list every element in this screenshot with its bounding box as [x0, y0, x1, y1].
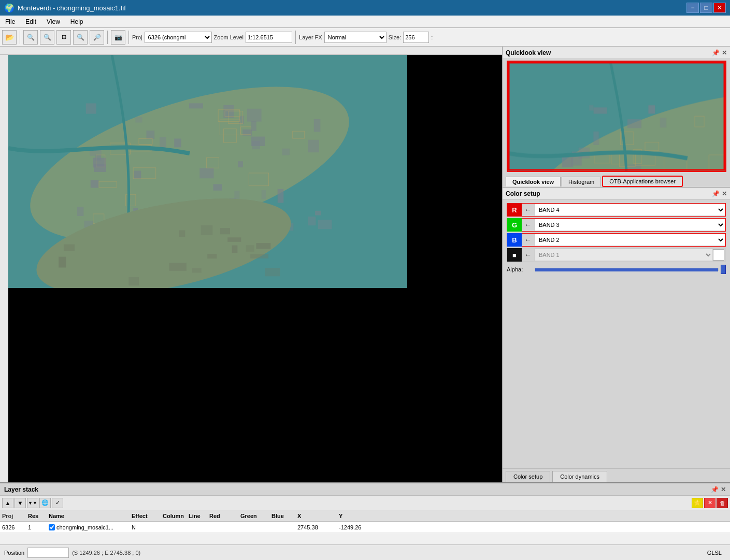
toolbar-sep-4	[295, 31, 296, 44]
color-setup-pin-btn[interactable]: 📌	[712, 190, 720, 197]
row-res: 1	[26, 524, 47, 530]
tab-color-setup[interactable]: Color setup	[506, 471, 550, 482]
toolbar-zoom-in-btn[interactable]: 🔍	[23, 30, 38, 45]
band-r-arrow: ←	[522, 206, 534, 214]
band-g-arrow: ←	[522, 221, 534, 229]
tab-histogram[interactable]: Histogram	[562, 177, 601, 186]
vertical-ruler	[0, 55, 8, 482]
layer-stack-pin-btn[interactable]: 📌	[711, 486, 719, 493]
band-w-select[interactable]: BAND 1	[534, 249, 713, 261]
menu-help[interactable]: Help	[65, 17, 89, 26]
layer-remove-btn[interactable]: ✕	[704, 498, 715, 508]
band-w-checkbox[interactable]	[713, 249, 724, 261]
col-header-blue: Blue	[269, 513, 295, 519]
band-row-w: ■ ← BAND 1	[507, 248, 726, 262]
position-value: (S 1249.26 ; E 2745.38 ; 0)	[72, 550, 140, 556]
layer-globe-btn[interactable]: 🌐	[39, 498, 51, 508]
alpha-row: Alpha:	[507, 265, 726, 274]
band-row-g: G ← BAND 3	[507, 218, 726, 232]
size-label: Size:	[389, 34, 401, 40]
layer-up-btn[interactable]: ▲	[2, 498, 13, 508]
band-r-label: R	[507, 203, 522, 217]
band-b-select[interactable]: BAND 2	[534, 234, 725, 246]
col-header-red: Red	[207, 513, 238, 519]
color-setup-close-btn[interactable]: ✕	[722, 190, 727, 197]
col-header-res: Res	[26, 513, 47, 519]
band-row-r: R ← BAND 4	[507, 203, 726, 217]
col-header-effect: Effect	[130, 513, 161, 519]
size-input[interactable]	[403, 32, 429, 43]
layer-stack-close-btn[interactable]: ✕	[721, 486, 726, 493]
layer-check-btn[interactable]: ✓	[52, 498, 63, 508]
zoom-input[interactable]	[246, 32, 292, 43]
color-setup-header: Color setup 📌 ✕	[503, 188, 730, 200]
col-header-y: Y	[337, 513, 378, 519]
layer-stack-title: Layer stack	[4, 486, 38, 493]
row-effect: N	[130, 524, 161, 530]
col-header-column: Column	[161, 513, 187, 519]
band-r-select[interactable]: BAND 4	[534, 204, 725, 216]
band-g-select[interactable]: BAND 3	[534, 219, 725, 231]
menu-edit[interactable]: Edit	[20, 17, 41, 26]
row-y: -1249.26	[337, 524, 378, 530]
layer-fx-select[interactable]: Normal	[324, 32, 387, 43]
size-colon: :	[431, 34, 433, 40]
alpha-slider[interactable]	[535, 268, 719, 271]
alpha-label: Alpha:	[507, 266, 533, 272]
layer-stack-toolbar: ▲ ▼ ▼▼ 🌐 ✓ ⭐ ✕ 🗑	[0, 496, 730, 510]
layer-add-btn[interactable]: ⭐	[692, 498, 703, 508]
color-setup-panel: Color setup 📌 ✕ R ← BAND 4 G	[503, 188, 730, 482]
minimize-button[interactable]: −	[686, 3, 699, 13]
alpha-handle[interactable]	[721, 265, 726, 274]
layer-delete-btn[interactable]: 🗑	[717, 498, 728, 508]
row-checkbox[interactable]	[49, 524, 55, 530]
toolbar-snapshot-btn[interactable]: 📷	[111, 30, 125, 45]
layer-stack: Layer stack 📌 ✕ ▲ ▼ ▼▼ 🌐 ✓ ⭐ ✕ 🗑 Proj Re…	[0, 482, 730, 544]
alpha-fill	[535, 268, 718, 271]
map-view[interactable]	[0, 47, 502, 482]
proj-select[interactable]: 6326 (chongmi	[145, 32, 212, 43]
window-title: Monteverdi - chongming_mosaic1.tif	[18, 4, 126, 12]
layer-stack-header: Layer stack 📌 ✕	[0, 483, 730, 496]
color-setup-title: Color setup	[506, 190, 540, 197]
layer-down-btn[interactable]: ▼	[15, 498, 26, 508]
toolbar-zoom-full-btn[interactable]: 🔎	[90, 30, 104, 45]
band-row-b: B ← BAND 2	[507, 233, 726, 247]
close-button[interactable]: ✕	[713, 3, 726, 13]
quicklook-close-btn[interactable]: ✕	[722, 49, 727, 56]
layer-down2-btn[interactable]: ▼▼	[27, 498, 38, 508]
status-bar: Position (S 1249.26 ; E 2745.38 ; 0) GLS…	[0, 544, 730, 560]
band-b-arrow: ←	[522, 236, 534, 244]
tab-color-dynamics[interactable]: Color dynamics	[552, 471, 607, 482]
toolbar-sep-1	[20, 31, 20, 44]
row-name-cell: chongming_mosaic1...	[47, 524, 130, 530]
quicklook-title: Quicklook view	[506, 49, 551, 56]
menu-view[interactable]: View	[41, 17, 65, 26]
tab-quicklook[interactable]: Quicklook view	[506, 177, 561, 186]
horizontal-ruler	[0, 47, 502, 55]
layer-table-header: Proj Res Name Effect Column Line Red Gre…	[0, 510, 730, 522]
toolbar-zoom-fit-btn[interactable]: 🔍	[73, 30, 88, 45]
maximize-button[interactable]: □	[700, 3, 712, 13]
map-canvas	[8, 55, 407, 288]
layer-fx-label: Layer FX	[299, 34, 322, 40]
band-g-label: G	[507, 218, 522, 232]
menu-file[interactable]: File	[0, 17, 20, 26]
table-row[interactable]: 6326 1 chongming_mosaic1... N 2745.38 -1…	[0, 522, 730, 533]
toolbar-sep-3	[128, 31, 129, 44]
title-bar-left: 🌍 Monteverdi - chongming_mosaic1.tif	[4, 3, 126, 13]
color-setup-body: R ← BAND 4 G ← BAND 3 B ←	[503, 200, 730, 277]
quicklook-pin-btn[interactable]: 📌	[712, 49, 720, 56]
right-panel: Quicklook view 📌 ✕ Quicklook view Histog…	[502, 47, 730, 482]
bottom-tabs: Color setup Color dynamics	[503, 468, 730, 482]
toolbar-zoom-out-btn[interactable]: 🔍	[40, 30, 54, 45]
quicklook-header: Quicklook view 📌 ✕	[503, 47, 730, 59]
col-header-green: Green	[238, 513, 269, 519]
band-b-label: B	[507, 233, 522, 247]
toolbar-open-btn[interactable]: 📂	[2, 30, 17, 45]
band-w-label: ■	[507, 248, 522, 262]
position-input[interactable]	[27, 548, 69, 558]
toolbar-zoom-extent-btn[interactable]: ⊞	[56, 30, 71, 45]
row-x: 2745.38	[295, 524, 337, 530]
tab-otb-applications[interactable]: OTB-Applications browser	[602, 176, 683, 187]
